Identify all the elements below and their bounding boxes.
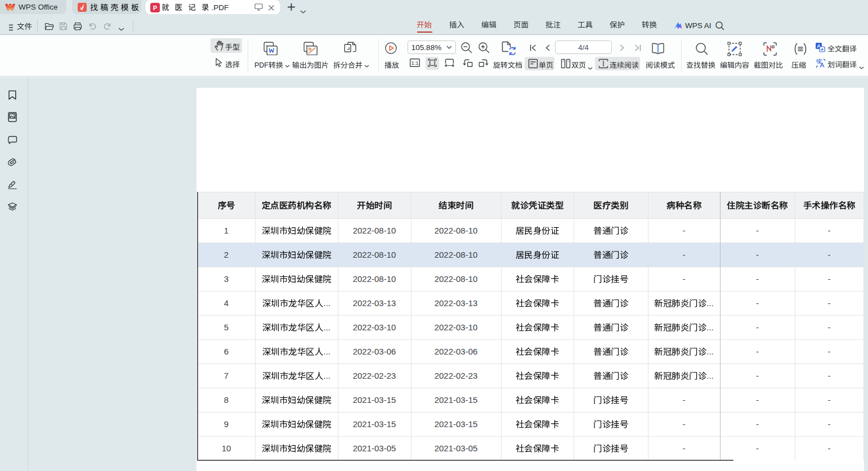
- svg-text:P: P: [153, 4, 157, 11]
- svg-text:1:1: 1:1: [411, 60, 418, 66]
